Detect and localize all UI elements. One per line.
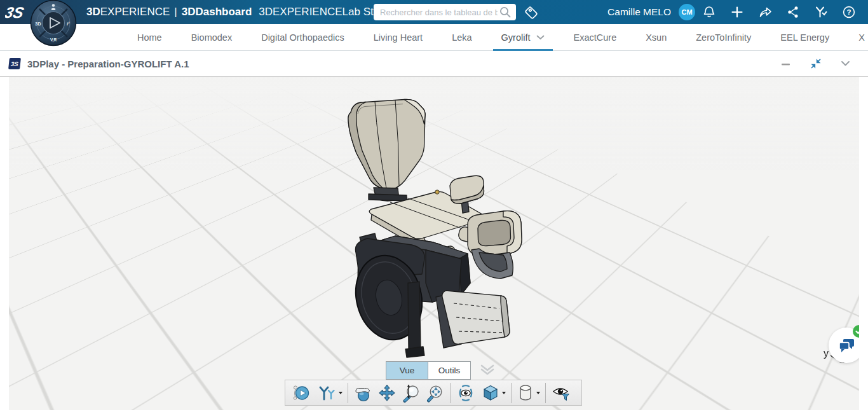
app-title: 3DEXPERIENCE | 3DDashboard 3DEXPERIENCEL…: [86, 0, 404, 24]
3dplay-mode-button[interactable]: [288, 382, 314, 404]
add-content-plus-icon[interactable]: [723, 0, 751, 24]
tab-outils[interactable]: Outils: [428, 362, 470, 379]
tab-gyrolift[interactable]: Gyrolift: [487, 24, 559, 50]
tab-living-heart[interactable]: Living Heart: [359, 24, 437, 50]
avatar[interactable]: CM: [679, 4, 695, 20]
3dexperience-compass[interactable]: 3D i² V,R: [29, 0, 78, 47]
share-network-icon[interactable]: [779, 0, 807, 24]
compass-east-label: i²: [67, 21, 70, 27]
user-name[interactable]: Camille MELO: [607, 6, 671, 18]
compass-south-label: V,R: [50, 38, 57, 43]
tab-zerotoinfinity[interactable]: ZeroToInfinity: [681, 24, 766, 50]
visibility-filter-button[interactable]: [548, 382, 574, 404]
chat-bubbles-icon: [837, 336, 856, 354]
dropdown-caret-icon[interactable]: [502, 392, 506, 394]
dashboard-search: [374, 4, 516, 20]
dropdown-caret-icon[interactable]: [536, 392, 540, 394]
help-icon[interactable]: ?: [835, 0, 863, 24]
brand-experience: EXPERIENCE: [100, 6, 170, 18]
tab-xsun[interactable]: Xsun: [631, 24, 681, 50]
iso-view-cube-button[interactable]: [478, 382, 508, 404]
widget-title: 3DPlay - Preparation-GYROLIFT A.1: [27, 59, 189, 69]
svg-text:3S: 3S: [5, 4, 26, 21]
compass-west-label: 3D: [35, 21, 41, 27]
gyrolift-3d-model[interactable]: [337, 92, 540, 359]
tab-leka[interactable]: Leka: [437, 24, 486, 50]
dashboard-tab-bar: Home Biomodex Digital Orthopaedics Livin…: [0, 24, 868, 51]
chevron-down-icon[interactable]: [536, 35, 545, 40]
dassault-systemes-logo-icon: 3S: [5, 2, 28, 22]
svg-text:?: ?: [846, 8, 851, 16]
dropdown-caret-icon[interactable]: [339, 392, 342, 394]
tab-digital-orthopaedics[interactable]: Digital Orthopaedics: [247, 24, 359, 50]
tab-exactcure[interactable]: ExactCure: [559, 24, 632, 50]
notifications-bell-icon[interactable]: [695, 0, 723, 24]
widget-header: 3S 3DPlay - Preparation-GYROLIFT A.1: [0, 51, 868, 77]
chat-fab[interactable]: [829, 328, 859, 363]
search-icon[interactable]: [499, 6, 512, 18]
top-bar: 3S 3DEXPERIENCE | 3DDashboard 3DEXPERIEN…: [0, 0, 868, 24]
tab-eel-energy[interactable]: EEL Energy: [766, 24, 844, 50]
axis-label: y: [824, 348, 829, 359]
restore-widget-button[interactable]: [810, 58, 822, 69]
user-area: Camille MELO CM ?: [607, 0, 863, 24]
widget-menu-chevron-icon[interactable]: [841, 60, 850, 67]
viewer-toolbar: [285, 380, 582, 406]
zoom-tool-button[interactable]: [399, 382, 423, 404]
swym-community-button[interactable]: [314, 382, 345, 404]
compass-social-person-icon: [52, 4, 55, 6]
tab-biomodex[interactable]: Biomodex: [177, 24, 247, 50]
viewer-tab-group: Vue Outils: [386, 361, 471, 380]
toolbar-collapse-chevron-icon[interactable]: [479, 363, 496, 377]
search-input[interactable]: [374, 8, 499, 17]
share-forward-icon[interactable]: [751, 0, 779, 24]
rotate-tool-button[interactable]: [351, 382, 375, 404]
app-name: 3DDashboard: [182, 6, 252, 18]
tab-vue[interactable]: Vue: [386, 362, 428, 379]
minimize-widget-button[interactable]: [781, 59, 791, 69]
pan-tool-button[interactable]: [375, 382, 399, 404]
zoom-fit-tool-button[interactable]: [423, 382, 447, 404]
3dswym-icon[interactable]: [807, 0, 835, 24]
tab-home[interactable]: Home: [123, 24, 177, 50]
dashboard-name: 3DEXPERIENCELab Sta...: [259, 6, 388, 18]
tag-icon[interactable]: [522, 4, 540, 22]
section-cylinder-button[interactable]: [514, 382, 543, 404]
brand-3d: 3D: [86, 6, 100, 18]
turntable-tool-button[interactable]: [453, 382, 478, 404]
tab-truncated[interactable]: X: [844, 24, 868, 50]
brand-separator: |: [174, 6, 177, 18]
3d-viewport[interactable]: y Vue Outils: [9, 77, 859, 410]
3dplay-widget-icon: 3S: [8, 58, 21, 69]
